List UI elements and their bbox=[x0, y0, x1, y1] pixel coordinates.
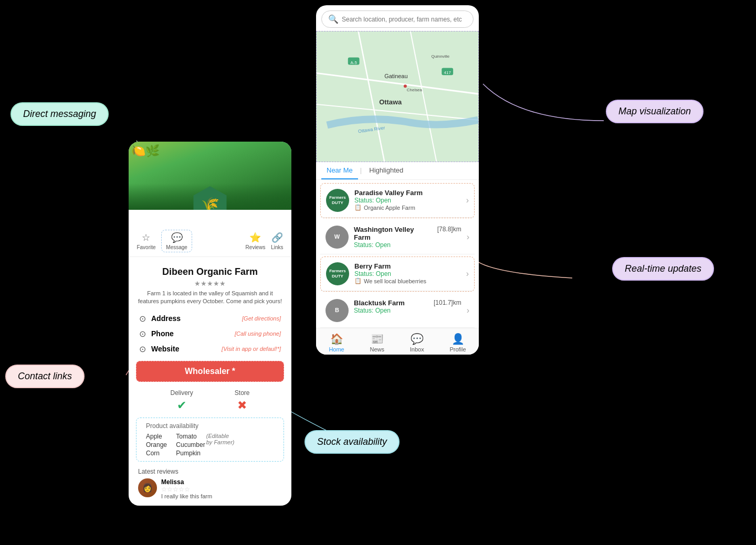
stock-availability-label: Stock availability bbox=[317, 436, 387, 447]
links-label: Links bbox=[271, 244, 283, 250]
message-label: Message bbox=[166, 244, 187, 250]
message-nav-item[interactable]: 💬 Message bbox=[161, 230, 192, 252]
paradise-farm-arrow: › bbox=[466, 196, 469, 205]
address-label: Address bbox=[151, 314, 237, 323]
contact-links-bubble: Contact links bbox=[5, 365, 85, 388]
reviews-section: Latest reviews 👩 Melissa ☆☆☆☆☆ I really … bbox=[129, 464, 291, 506]
near-me-tab[interactable]: Near Me bbox=[321, 162, 358, 179]
website-action[interactable]: [Visit in app or defaul!*] bbox=[222, 346, 281, 352]
svg-rect-0 bbox=[317, 31, 478, 162]
berry-farm-status: Status: Open bbox=[354, 270, 461, 277]
tab-inbox[interactable]: 💬 Inbox bbox=[410, 333, 424, 352]
farm-entry-washington[interactable]: W Washington Velley Farm Status: Open [7… bbox=[320, 220, 475, 254]
blacktusk-farm-arrow: › bbox=[467, 306, 469, 315]
highlighted-tab[interactable]: Highlighted bbox=[364, 162, 408, 179]
real-time-updates-label: Real-time updates bbox=[625, 263, 701, 274]
map-visualization-bubble: Map visualization bbox=[606, 100, 704, 123]
delivery-label: Delivery bbox=[170, 389, 193, 397]
address-row: ⊙ Address [Get directions] bbox=[129, 311, 291, 326]
address-action[interactable]: [Get directions] bbox=[242, 315, 281, 322]
berry-farm-name: Berry Farm bbox=[354, 262, 461, 270]
bottom-tab-bar: 🏠 Home 📰 News 💬 Inbox 👤 Profile bbox=[316, 328, 479, 355]
search-icon: 🔍 bbox=[328, 14, 339, 24]
map-visualization-label: Map visualization bbox=[618, 106, 691, 116]
washington-farm-dist: [78.8]km bbox=[437, 226, 461, 233]
paradise-farm-name: Paradise Valley Farm bbox=[354, 189, 461, 197]
farm-entry-berry[interactable]: FarmersDUTY Berry Farm Status: Open 📋 We… bbox=[321, 257, 474, 291]
reviewer-star-rating: ☆☆☆☆☆ bbox=[161, 486, 212, 493]
paradise-farm-type: 📋 Organic Apple Farm bbox=[354, 204, 461, 211]
store-cross-icon: ✖ bbox=[237, 399, 247, 412]
links-icon: 🔗 bbox=[271, 232, 283, 243]
stock-availability-bubble: Stock availability bbox=[304, 430, 400, 454]
store-label: Store bbox=[235, 389, 250, 397]
home-icon: 🏠 bbox=[330, 333, 343, 345]
home-label: Home bbox=[329, 346, 344, 352]
paradise-farm-badge: FarmersDUTY bbox=[326, 189, 349, 212]
farm-entry-blacktusk[interactable]: B Blacktusk Farm Status: Open [101.7]km … bbox=[320, 294, 475, 328]
farm-entry-paradise[interactable]: FarmersDUTY Paradise Valley Farm Status:… bbox=[321, 184, 474, 218]
berry-farm-info: Berry Farm Status: Open 📋 We sell local … bbox=[354, 262, 461, 284]
search-bar[interactable]: 🔍 bbox=[321, 10, 474, 28]
favorite-icon: ☆ bbox=[142, 232, 150, 243]
washington-farm-badge: W bbox=[326, 226, 349, 249]
product-pumpkin: Pumpkin bbox=[176, 450, 205, 457]
svg-text:Gatineau: Gatineau bbox=[384, 73, 407, 79]
product-tomato: Tomato bbox=[176, 433, 205, 440]
farm-nav-row: ☆ Favorite 💬 Message ⭐ Reviews 🔗 Links bbox=[129, 210, 291, 257]
latest-reviews-title: Latest reviews bbox=[138, 468, 282, 475]
star-icons: ★★★★★ bbox=[194, 280, 226, 287]
search-input[interactable] bbox=[342, 16, 467, 23]
blacktusk-farm-name: Blacktusk Farm bbox=[354, 299, 428, 307]
website-row: ⊙ Website [Visit in app or defaul!*] bbox=[129, 341, 291, 357]
links-nav-item[interactable]: 🔗 Links bbox=[271, 232, 283, 250]
product-list: Apple Tomato (Editableby Farmer) Orange … bbox=[146, 433, 235, 457]
product-cucumber: Cucumber bbox=[176, 441, 205, 448]
tab-separator: | bbox=[358, 162, 364, 179]
favorite-label: Favorite bbox=[136, 244, 155, 250]
tab-profile[interactable]: 👤 Profile bbox=[449, 333, 466, 352]
svg-text:A-5: A-5 bbox=[351, 60, 358, 65]
blacktusk-farm-status: Status: Open bbox=[354, 307, 428, 314]
reviews-nav-item2[interactable]: ⭐ Reviews bbox=[246, 232, 266, 250]
product-availability-title: Product availability bbox=[146, 422, 274, 430]
product-orange: Orange bbox=[146, 441, 175, 448]
phone-icon: ⊙ bbox=[139, 329, 146, 339]
tab-news[interactable]: 📰 News bbox=[370, 333, 384, 352]
product-corn: Corn bbox=[146, 450, 175, 457]
direct-messaging-bubble: Direct messaging bbox=[10, 102, 109, 126]
paradise-farm-info: Paradise Valley Farm Status: Open 📋 Orga… bbox=[354, 189, 461, 211]
delivery-col: Delivery ✔ bbox=[170, 389, 193, 412]
message-icon: 💬 bbox=[171, 232, 183, 243]
delivery-store-row: Delivery ✔ Store ✖ bbox=[129, 386, 291, 415]
paradise-farm-status: Status: Open bbox=[354, 197, 461, 204]
reviewer-avatar: 👩 bbox=[138, 478, 157, 497]
review-item: 👩 Melissa ☆☆☆☆☆ I really like this farm bbox=[138, 478, 282, 499]
farm-decoration: 🍋🌿 bbox=[131, 144, 160, 158]
svg-text:417: 417 bbox=[444, 70, 451, 75]
left-phone-mockup: 🍋🌿 🌾 ☆ Favorite 💬 Message ⭐ Reviews 🔗 Li… bbox=[129, 142, 291, 506]
wholesaler-badge: Wholesaler * bbox=[136, 361, 284, 382]
washington-farm-status: Status: Open bbox=[354, 241, 432, 249]
berry-farm-arrow: › bbox=[466, 269, 469, 279]
inbox-icon: 💬 bbox=[411, 333, 424, 345]
blacktusk-farm-dist: [101.7]km bbox=[434, 299, 461, 306]
phone-label: Phone bbox=[151, 329, 229, 338]
blacktusk-farm-badge: B bbox=[326, 299, 349, 322]
tab-home[interactable]: 🏠 Home bbox=[329, 333, 344, 352]
svg-text:Quinnville: Quinnville bbox=[431, 54, 449, 59]
store-col: Store ✖ bbox=[235, 389, 250, 412]
website-icon: ⊙ bbox=[139, 344, 146, 354]
map-area: A-5 417 Ottawa Gatineau Ottawa River Che… bbox=[316, 31, 479, 162]
favorite-nav-item[interactable]: ☆ Favorite bbox=[136, 232, 155, 250]
phone-action[interactable]: [Call using phone] bbox=[235, 330, 281, 337]
right-phone-mockup: 🔍 A-5 417 Ottawa Gatineau Ottawa River bbox=[316, 5, 479, 355]
svg-text:Ottawa: Ottawa bbox=[379, 98, 402, 106]
farm-header-image: 🍋🌿 🌾 bbox=[129, 142, 291, 210]
svg-text:Chelsea: Chelsea bbox=[407, 88, 423, 92]
reviewer-name: Melissa bbox=[161, 478, 212, 486]
direct-messaging-label: Direct messaging bbox=[23, 109, 96, 119]
washington-farm-name: Washington Velley Farm bbox=[354, 226, 432, 241]
farm-star-rating: ★★★★★ bbox=[129, 280, 291, 287]
contact-links-label: Contact links bbox=[18, 371, 72, 381]
